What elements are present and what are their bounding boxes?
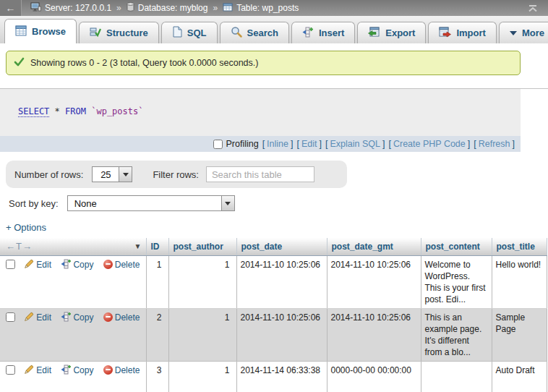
row-actions-cell: Edit Copy Delete (0, 308, 146, 361)
refresh-link[interactable]: Refresh (479, 139, 510, 149)
column-header-post-date[interactable]: post_date (236, 238, 327, 255)
sort-key-value: None (68, 196, 221, 210)
breadcrumb-database-label: Database: myblog (138, 3, 208, 13)
tab-more[interactable]: More (499, 22, 548, 43)
cell-post-author: 1 (168, 361, 236, 392)
edit-row-link[interactable]: Edit (24, 365, 51, 375)
options-toggle-link[interactable]: + Options (6, 222, 46, 233)
column-header-post-title[interactable]: post_title (492, 238, 547, 255)
delete-row-link[interactable]: Delete (103, 365, 140, 375)
delete-row-link[interactable]: Delete (103, 312, 140, 323)
explain-link-group: [Explain SQL] (325, 139, 385, 149)
tab-search[interactable]: Search (220, 22, 289, 43)
copy-row-link[interactable]: Copy (61, 260, 93, 270)
column-header-post-date-gmt[interactable]: post_date_gmt (327, 238, 421, 255)
cell-post-date-gmt: 2014-11-10 10:25:06 (327, 255, 421, 308)
breadcrumb-table-label: Table: wp_posts (236, 3, 299, 13)
pencil-icon (24, 259, 34, 269)
rows-control-panel: Number of rows: 25 Filter rows: (6, 161, 347, 188)
row-checkbox[interactable] (6, 312, 15, 322)
cell-id: 1 (146, 255, 168, 308)
inline-link[interactable]: Inline (267, 139, 288, 149)
bracket: ] (513, 139, 515, 149)
sql-table-identifier: `wp_posts` (91, 106, 143, 116)
cell-id: 3 (146, 361, 168, 392)
edit-label: Edit (36, 312, 51, 323)
rows-per-page-select[interactable]: 25 (92, 166, 132, 182)
row-actions-cell: Edit Copy Delete (0, 361, 146, 392)
explain-sql-link[interactable]: Explain SQL (330, 139, 380, 149)
table-filter-input[interactable] (206, 166, 314, 182)
server-icon (30, 2, 41, 14)
number-of-rows-label: Number of rows: (14, 169, 83, 180)
breadcrumb-separator: » (116, 3, 121, 13)
copy-label: Copy (73, 312, 93, 323)
create-php-code-link[interactable]: Create PHP Code (393, 139, 466, 149)
bracket: [ (474, 139, 476, 149)
query-section: SELECT * FROM `wp_posts` Profiling [Inli… (0, 88, 548, 152)
back-arrow-icon: ← (6, 2, 16, 14)
profiling-checkbox[interactable] (213, 140, 223, 149)
edit-row-link[interactable]: Edit (24, 312, 51, 323)
copy-row-link[interactable]: Copy (61, 312, 93, 323)
breadcrumb-separator: » (213, 3, 218, 13)
cell-post-author: 1 (168, 255, 236, 308)
sql-query-text: SELECT * FROM `wp_posts` (0, 89, 521, 136)
cell-post-content: This is an example page. It's different … (421, 308, 492, 361)
sql-keyword-select[interactable]: SELECT (18, 106, 49, 117)
chevron-down-icon (510, 31, 517, 35)
back-button[interactable]: ← (0, 0, 22, 16)
row-checkbox[interactable] (6, 260, 15, 269)
cell-post-content: Welcome to WordPress. This is your first… (421, 255, 492, 308)
php-code-link-group: [Create PHP Code] (388, 139, 470, 149)
bracket: [ (325, 139, 327, 149)
table-row: Edit Copy Delete 1 1 2014-11-10 10:25:06… (0, 255, 547, 308)
tab-label: Insert (319, 27, 344, 38)
profiling-toggle[interactable]: Profiling (213, 139, 258, 149)
tab-label: Export (385, 27, 415, 38)
delete-row-link[interactable]: Delete (103, 260, 140, 270)
filter-rows-label: Filter rows: (153, 169, 199, 180)
cell-post-date-gmt: 2014-11-10 10:25:06 (327, 308, 421, 361)
tab-label: Structure (106, 27, 148, 38)
tab-import[interactable]: Import (428, 22, 496, 43)
tab-insert[interactable]: Insert (291, 22, 355, 43)
delete-icon (103, 260, 113, 269)
cell-post-content (421, 361, 492, 392)
edit-row-link[interactable]: Edit (24, 260, 51, 270)
table-row: Edit Copy Delete 3 1 2014-11-14 06:33:38… (0, 361, 547, 392)
sql-icon (172, 26, 182, 40)
structure-icon (90, 27, 101, 40)
bracket: ] (320, 139, 322, 149)
bracket: ] (468, 139, 470, 149)
table-icon (223, 3, 233, 14)
tab-sql[interactable]: SQL (161, 22, 218, 43)
tab-bar: Browse Structure SQL Search Insert Expor… (0, 16, 548, 43)
column-header-id[interactable]: ID (146, 238, 168, 255)
column-header-post-author[interactable]: post_author (168, 238, 236, 255)
cell-post-title: Auto Draft (492, 361, 547, 392)
delete-label: Delete (115, 260, 140, 270)
breadcrumb-bar: ← Server: 127.0.0.1 » Database: myblog »… (0, 0, 548, 16)
breadcrumb-database[interactable]: Database: myblog (127, 2, 208, 14)
collapse-icon[interactable] (528, 4, 538, 12)
delete-label: Delete (115, 365, 140, 375)
breadcrumb-server[interactable]: Server: 127.0.0.1 (30, 2, 111, 14)
cell-post-title: Sample Page (492, 308, 547, 361)
actions-column-header: ←T→ ▼ (0, 238, 146, 255)
breadcrumb-table[interactable]: Table: wp_posts (223, 3, 299, 14)
copy-row-link[interactable]: Copy (61, 365, 93, 375)
edit-query-link[interactable]: Edit (301, 139, 317, 149)
tab-export[interactable]: Export (357, 22, 426, 43)
delete-label: Delete (115, 312, 140, 323)
sort-key-select[interactable]: None (67, 195, 235, 211)
bracket: [ (296, 139, 299, 149)
column-actions-icon[interactable]: ←T→ (6, 241, 33, 252)
column-header-post-content[interactable]: post_content (421, 238, 492, 255)
delete-icon (103, 365, 113, 375)
status-message-text: Showing rows 0 - 2 (3 total, Query took … (30, 58, 258, 68)
row-checkbox[interactable] (6, 365, 15, 375)
sort-indicator-icon[interactable]: ▼ (134, 242, 142, 250)
tab-browse[interactable]: Browse (4, 19, 77, 43)
tab-structure[interactable]: Structure (79, 22, 159, 43)
